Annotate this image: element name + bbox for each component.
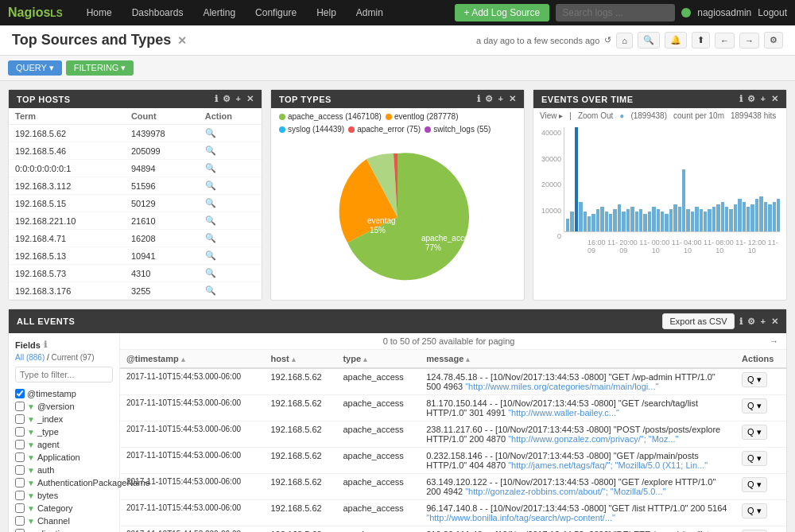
bell-icon-btn[interactable]: 🔔: [665, 32, 687, 49]
bar[interactable]: [609, 214, 612, 231]
list-item[interactable]: ▼ bytes: [15, 489, 113, 502]
action-button[interactable]: Q ▾: [742, 451, 767, 466]
next-page-icon[interactable]: →: [770, 336, 778, 346]
bar[interactable]: [700, 209, 703, 231]
bar[interactable]: [579, 202, 582, 231]
action-button[interactable]: Q ▾: [742, 398, 767, 414]
bar[interactable]: [725, 207, 728, 231]
host-action[interactable]: 🔍: [199, 142, 262, 160]
filtering-button[interactable]: FILTERING ▾: [66, 60, 134, 76]
settings-icon-btn[interactable]: ⚙: [764, 32, 783, 49]
bar[interactable]: [630, 207, 634, 231]
bar[interactable]: [682, 169, 685, 231]
field-checkbox[interactable]: [15, 503, 25, 513]
search-input[interactable]: [556, 4, 675, 21]
bar[interactable]: [584, 212, 587, 231]
bar[interactable]: [686, 209, 689, 231]
bar[interactable]: [777, 199, 780, 231]
nav-alerting[interactable]: Alerting: [195, 4, 243, 21]
bar[interactable]: [738, 199, 741, 231]
info-icon[interactable]: ℹ: [215, 94, 219, 104]
action-button[interactable]: Q ▾: [742, 372, 767, 387]
bar[interactable]: [657, 209, 660, 231]
close-icon[interactable]: ✕: [771, 316, 779, 327]
bar[interactable]: [729, 209, 732, 231]
field-checkbox[interactable]: [15, 529, 25, 532]
info-icon[interactable]: ℹ: [739, 316, 743, 327]
fwd-icon-btn[interactable]: →: [739, 33, 759, 49]
host-action[interactable]: 🔍: [199, 195, 262, 212]
nav-home[interactable]: Home: [79, 4, 120, 21]
add-icon[interactable]: +: [498, 94, 504, 104]
field-checkbox[interactable]: [15, 465, 25, 475]
field-checkbox[interactable]: [15, 478, 25, 487]
view-label[interactable]: View ▸: [540, 111, 563, 120]
event-link[interactable]: "http://www.bonilla.info/tag/search/wp-c…: [426, 513, 615, 522]
event-actions[interactable]: Q ▾: [735, 526, 786, 533]
close-icon[interactable]: ✕: [509, 94, 517, 104]
nav-help[interactable]: Help: [308, 4, 344, 21]
action-button[interactable]: Q ▾: [742, 503, 767, 518]
list-item[interactable]: ▼ _type: [15, 425, 113, 438]
fields-all[interactable]: All (886): [15, 353, 45, 362]
add-icon[interactable]: +: [761, 94, 766, 104]
export-csv-button[interactable]: Export as CSV: [662, 313, 734, 329]
host-action[interactable]: 🔍: [199, 212, 262, 230]
event-actions[interactable]: Q ▾: [735, 368, 786, 395]
back-icon-btn[interactable]: ←: [715, 33, 735, 49]
list-item[interactable]: ▼ Category: [15, 502, 113, 515]
bar[interactable]: [591, 214, 595, 231]
refresh-icon[interactable]: ↺: [604, 35, 611, 45]
list-item[interactable]: ▼ Application: [15, 451, 113, 464]
bar[interactable]: [704, 212, 707, 231]
event-actions[interactable]: Q ▾: [735, 500, 786, 526]
event-actions[interactable]: Q ▾: [735, 474, 786, 500]
event-link[interactable]: "http://gonzalez-robbins.com/about/"; "M…: [465, 487, 665, 496]
field-checkbox[interactable]: [15, 427, 25, 437]
event-actions[interactable]: Q ▾: [735, 395, 786, 421]
list-item[interactable]: ▼ Channel: [15, 515, 113, 527]
action-button[interactable]: Q ▾: [742, 477, 767, 492]
host-action[interactable]: 🔍: [199, 247, 262, 265]
bar[interactable]: [695, 207, 698, 231]
bar[interactable]: [712, 207, 716, 231]
add-icon[interactable]: +: [761, 316, 766, 326]
nav-configure[interactable]: Configure: [247, 4, 304, 21]
bar[interactable]: [691, 212, 694, 231]
col-timestamp[interactable]: @timestamp ▴: [120, 350, 264, 368]
list-item[interactable]: ▼ auth: [15, 464, 113, 476]
bar[interactable]: [678, 207, 681, 231]
field-checkbox[interactable]: [15, 440, 25, 449]
bar[interactable]: [747, 207, 750, 231]
bar[interactable]: [665, 214, 668, 231]
gear-icon[interactable]: ⚙: [747, 316, 756, 327]
table-scroll[interactable]: @timestamp ▴ host ▴ type ▴ message ▴ Act…: [120, 350, 786, 532]
bar[interactable]: [613, 209, 616, 231]
field-checkbox[interactable]: [15, 491, 25, 500]
event-actions[interactable]: Q ▾: [735, 448, 786, 474]
list-item[interactable]: @timestamp: [15, 387, 113, 400]
host-action[interactable]: 🔍: [199, 177, 262, 195]
bar[interactable]: [768, 204, 771, 231]
bar[interactable]: [764, 202, 767, 231]
bar[interactable]: [605, 212, 608, 231]
event-link[interactable]: "http://james.net/tags/faq/"; "Mozilla/5…: [508, 460, 708, 470]
field-checkbox[interactable]: [15, 516, 25, 526]
list-item[interactable]: ▼ clientip: [15, 527, 113, 532]
add-log-source-button[interactable]: + Add Log Source: [455, 4, 550, 21]
event-link[interactable]: "http://www.waller-bailey.c...": [508, 408, 619, 417]
close-page-button[interactable]: ✕: [177, 34, 187, 47]
host-action[interactable]: 🔍: [199, 265, 262, 282]
close-icon[interactable]: ✕: [246, 94, 254, 104]
bar[interactable]: [622, 212, 625, 231]
gear-icon[interactable]: ⚙: [747, 94, 756, 104]
list-item[interactable]: ▼ AuthenticationPackageName: [15, 476, 113, 489]
bar[interactable]: [596, 209, 599, 231]
zoom-out-label[interactable]: Zoom Out: [578, 111, 613, 120]
field-checkbox[interactable]: [15, 389, 25, 398]
bar[interactable]: [575, 127, 578, 231]
bar[interactable]: [743, 202, 746, 231]
bar[interactable]: [600, 207, 603, 231]
event-actions[interactable]: Q ▾: [735, 421, 786, 448]
bar[interactable]: [716, 204, 719, 231]
